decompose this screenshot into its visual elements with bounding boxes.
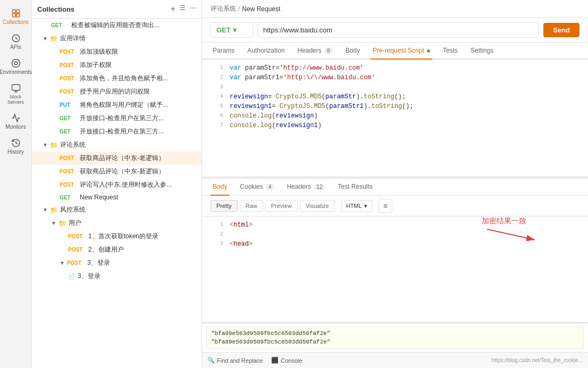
tree-item-text: 2、创建用户	[88, 245, 197, 254]
annotation-container: 加密结果一致	[482, 216, 545, 245]
search-icon: 🔍	[207, 357, 215, 364]
tree-item-text: 添加角色，并且给角色赋予相...	[80, 74, 197, 83]
method-badge: PUT	[60, 102, 78, 108]
tree-item[interactable]: GET 检查被编辑的应用能否查询出...	[32, 19, 201, 32]
mock-servers-label: Mock Servers	[2, 94, 29, 105]
collections-panel: Collections + ☰ ⋯ GET 检查被编辑的应用能否查询出... ▼…	[32, 0, 202, 368]
tree-item[interactable]: GET 开放接口-检查用户在第三方...	[32, 112, 201, 125]
tab-pre-request[interactable]: Pre-request Script	[371, 43, 432, 60]
format-visualize-button[interactable]: Visualize	[300, 200, 335, 212]
line-number: 7	[211, 122, 223, 128]
svg-rect-2	[12, 14, 15, 17]
resp-tab-test-results[interactable]: Test Results	[335, 179, 374, 196]
line-number: 3	[211, 83, 223, 90]
main-layout: Collections APIs Environments	[0, 0, 588, 368]
tree-item[interactable]: POST 添加子权限	[32, 58, 201, 72]
language-selector[interactable]: HTML ▾	[341, 200, 372, 212]
resp-tab-headers-label: Headers	[287, 183, 311, 190]
tree-item[interactable]: PUT 将角色权限与用户绑定（赋予...	[32, 98, 201, 112]
code-content: console.log(reviewsign1)	[230, 122, 322, 129]
format-pretty-button[interactable]: Pretty	[211, 200, 238, 212]
response-tabs: Body Cookies 4 Headers 12 Test Results	[202, 179, 588, 196]
code-content: var paramStr1='http:\/\/www.baidu.com'	[230, 74, 375, 81]
tree-folder-risk[interactable]: ▼ 📁 风控系统	[32, 203, 201, 216]
tree-folder-comments[interactable]: ▼ 📁 评论系统	[32, 138, 201, 152]
language-label: HTML	[346, 203, 362, 209]
breadcrumb-current: New Request	[242, 5, 280, 13]
tree-item-file[interactable]: 📄 3、登录	[32, 270, 201, 283]
apis-label: APIs	[10, 44, 21, 50]
console-button[interactable]: ⬛ Console	[271, 357, 302, 364]
chevron-down-icon: ▼	[43, 142, 48, 148]
tree-item-text: 3、登录	[87, 258, 197, 267]
resp-tab-cookies-label: Cookies	[240, 183, 263, 190]
tree-item-text: 添加子权限	[80, 61, 197, 70]
tree-item[interactable]: POST 获取商品评论（中东-新逻辑）	[32, 165, 201, 178]
breadcrumb-collection: 评论系统	[211, 4, 236, 13]
console-icon: ⬛	[271, 357, 279, 364]
find-replace-button[interactable]: 🔍 Find and Replace	[207, 357, 263, 364]
tree-folder-login[interactable]: ▼ POST 3、登录	[32, 256, 201, 270]
tab-body[interactable]: Body	[343, 43, 362, 60]
code-content: <html>	[230, 221, 253, 229]
tree-item-text: 应用详情	[60, 34, 197, 43]
wrap-button[interactable]: ≡	[379, 199, 392, 213]
folder-icon: 📁	[50, 35, 58, 43]
tree-item-new-request[interactable]: GET New Request	[32, 191, 201, 203]
add-collection-button[interactable]: +	[171, 4, 175, 14]
response-with-annotation: 1 <html> 2 3 <head>	[202, 216, 588, 254]
code-line: 2 var paramStr1='http:\/\/www.baidu.com'	[202, 73, 588, 83]
tab-tests[interactable]: Tests	[441, 43, 460, 60]
tree-item-text: 检查被编辑的应用能否查询出...	[71, 21, 197, 30]
method-badge: POST	[60, 169, 78, 174]
tab-settings[interactable]: Settings	[468, 43, 495, 60]
tree-item[interactable]: POST 添加顶级权限	[32, 45, 201, 58]
resp-tab-cookies[interactable]: Cookies 4	[238, 179, 276, 196]
code-editor[interactable]: 1 var paramStr='http://www.baidu.com' 2 …	[202, 60, 588, 177]
tree-folder-users[interactable]: ▼ 📁 用户	[32, 216, 201, 230]
tree-item[interactable]: POST 授予用户应用的访问权限	[32, 85, 201, 98]
tree-item[interactable]: POST 2、创建用户	[32, 243, 201, 256]
svg-rect-3	[16, 14, 19, 17]
tree-item[interactable]: POST 1、首次获取token的登录	[32, 230, 201, 243]
tree-item-text: 1、首次获取token的登录	[88, 232, 197, 241]
more-options-icon[interactable]: ⋯	[190, 4, 196, 14]
tree-folder-appdetails[interactable]: ▼ 📁 应用详情	[32, 32, 201, 45]
sidebar-item-collections[interactable]: Collections	[0, 4, 31, 29]
code-line: 7 console.log(reviewsign1)	[202, 121, 588, 131]
method-badge: POST	[60, 76, 78, 81]
tab-params[interactable]: Params	[211, 43, 237, 60]
sidebar-item-apis[interactable]: APIs	[0, 29, 31, 54]
headers-badge: 8	[324, 47, 333, 54]
tab-tests-label: Tests	[443, 47, 458, 54]
resp-tab-body[interactable]: Body	[211, 179, 229, 196]
sidebar-item-mock-servers[interactable]: Mock Servers	[0, 79, 31, 109]
method-selector[interactable]: GET ▾	[211, 22, 253, 38]
tab-settings-label: Settings	[471, 47, 493, 54]
url-input[interactable]	[257, 22, 539, 38]
code-line: 1 var paramStr='http://www.baidu.com'	[202, 64, 588, 73]
tree-item-text: 获取商品评论（中东-老逻辑）	[80, 154, 197, 163]
sidebar-item-monitors[interactable]: Monitors	[0, 109, 31, 134]
format-preview-button[interactable]: Preview	[265, 200, 298, 212]
filter-icon[interactable]: ☰	[180, 4, 186, 14]
sidebar-item-history[interactable]: History	[0, 134, 31, 159]
tree-item[interactable]: POST 添加角色，并且给角色赋予相...	[32, 72, 201, 85]
response-content-wrapper: 1 <html> 2 3 <head>	[202, 216, 588, 322]
tree-item[interactable]: POST 评论写入(中东,使用时修改入参...	[32, 178, 201, 191]
collections-list: GET 检查被编辑的应用能否查询出... ▼ 📁 应用详情 POST 添加顶级权…	[32, 19, 201, 368]
line-number: 1	[211, 64, 223, 71]
breadcrumb: 评论系统 / New Request	[202, 0, 588, 18]
line-number: 3	[211, 240, 223, 247]
tree-item-active[interactable]: POST 获取商品评论（中东-老逻辑）	[32, 152, 201, 165]
send-button[interactable]: Send	[543, 23, 579, 37]
method-badge: POST	[60, 89, 78, 95]
format-raw-button[interactable]: Raw	[240, 200, 263, 212]
method-badge: GET	[60, 195, 78, 200]
tree-item[interactable]: GET 开放接口-检查用户在第三方...	[32, 125, 201, 138]
tab-authorization[interactable]: Authorization	[245, 43, 287, 60]
resp-tab-headers[interactable]: Headers 12	[285, 179, 327, 196]
code-content: reviewsign= CryptoJS.MD5(paramStr).toStr…	[230, 93, 406, 101]
sidebar-item-environments[interactable]: Environments	[0, 54, 31, 79]
tab-headers[interactable]: Headers 8	[295, 43, 334, 60]
